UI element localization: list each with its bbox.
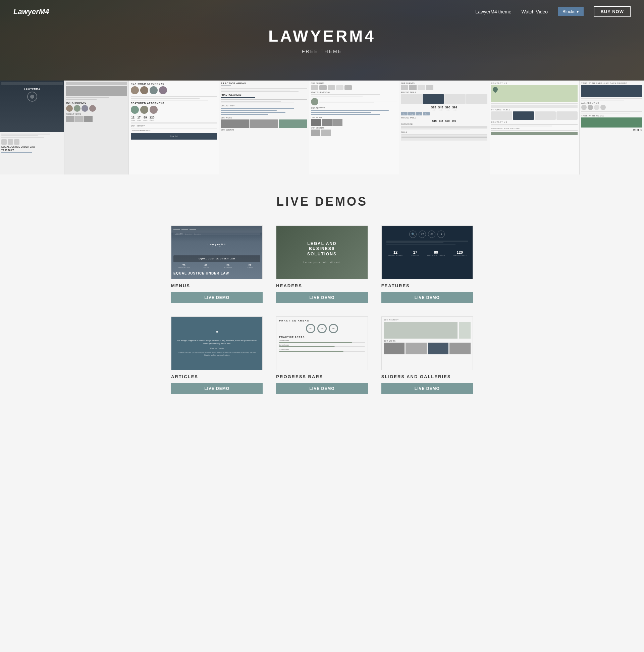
logo[interactable]: LawyerM4 [13, 7, 49, 16]
buy-now-button[interactable]: BUY NOW [594, 6, 631, 17]
demo-item-features: 🔍 🛡 ⚖ ℹ 12 WINNING RULINGS [381, 225, 473, 303]
demo-label-progress-bars: PROGRESS BARS [276, 374, 368, 379]
demo-item-articles: " For all right judgment of man or thing… [171, 317, 263, 394]
live-demo-button-progress-bars[interactable]: LIVE DEMO [276, 383, 368, 394]
blocks-label: Blocks [562, 9, 575, 14]
strip-panel-4: PRACTICE AREAS PRACTICE AREAS OUR ACTIVI… [219, 81, 309, 174]
navbar: LawyerM4 LawyerM4 theme Watch Video Bloc… [0, 0, 644, 23]
strip-panel-8: TABS WITH PARALLAX BACKGROUND ALL ABOUT … [580, 81, 644, 174]
demo-thumbnail-articles: " For all right judgment of man or thing… [171, 317, 263, 370]
strip-panel-2: OUR ATTORNEYS RECENT NEWS [64, 81, 129, 174]
screenshots-strip: LAWYERM4 EQUAL JUSTICE UNDER LAW 79 06 [0, 81, 644, 174]
strip-panel-7: CONTACT US PRICING TABLE CONTACT US TRAN… [489, 81, 580, 174]
nav-theme-link[interactable]: LawyerM4 theme [475, 9, 511, 15]
blocks-button[interactable]: Blocks ▾ [558, 7, 584, 16]
demo-thumbnail-progress-bars: PRACTICE AREAS 260 260 247 PRACTICE AREA… [276, 317, 368, 370]
hero-subtitle: FREE THEME [268, 49, 376, 54]
demo-label-features: FEATURES [381, 283, 473, 288]
live-demo-button-menus[interactable]: LIVE DEMO [171, 292, 263, 303]
strip-panel-1: LAWYERM4 EQUAL JUSTICE UNDER LAW 79 06 [0, 81, 64, 174]
demo-label-headers: HEADERS [276, 283, 368, 288]
demo-item-headers: LEGAL ANDBUSINESSSOLUTIONS Lorem ipsum d… [276, 225, 368, 303]
demo-label-menus: MENUS [171, 283, 263, 288]
strip-panel-5: OUR CLIENTS WHAT CLIENTS SAY OUR ACTIVIT… [309, 81, 399, 174]
chevron-down-icon: ▾ [577, 9, 579, 14]
demo-thumbnail-sliders: OUR HISTORY OUR WORK [381, 317, 473, 370]
strip-panel-3: FEATURED ATTORNEYS FEATURED ATTORNEYS 12… [129, 81, 219, 174]
demo-item-progress-bars: PRACTICE AREAS 260 260 247 PRACTICE AREA… [276, 317, 368, 394]
demo-item-menus: LawyerM4 Menu Item Menu Item LawyerM4 La… [171, 225, 263, 303]
demo-item-sliders: OUR HISTORY OUR WORK SLIDERS AND GALLERI… [381, 317, 473, 394]
live-demo-button-features[interactable]: LIVE DEMO [381, 292, 473, 303]
nav-watch-video-link[interactable]: Watch Video [521, 9, 548, 15]
hero-content: LAWYERM4 FREE THEME [268, 27, 376, 54]
nav-links: LawyerM4 theme Watch Video Blocks ▾ BUY … [475, 6, 631, 17]
live-demo-button-sliders[interactable]: LIVE DEMO [381, 383, 473, 394]
main-content: LIVE DEMOS LawyerM4 Menu Item Menu Item … [0, 174, 644, 414]
demo-thumbnail-headers: LEGAL ANDBUSINESSSOLUTIONS Lorem ipsum d… [276, 225, 368, 279]
strip-panel-6: OUR CLIENTS PRICING TABLE $15month $45mo… [399, 81, 489, 174]
section-title: LIVE DEMOS [13, 195, 631, 209]
demo-label-sliders: SLIDERS AND GALLERIES [381, 374, 473, 379]
demo-thumbnail-features: 🔍 🛡 ⚖ ℹ 12 WINNING RULINGS [381, 225, 473, 279]
hero-title: LAWYERM4 [268, 27, 376, 45]
demo-label-articles: ARTICLES [171, 374, 263, 379]
live-demo-button-articles[interactable]: LIVE DEMO [171, 383, 263, 394]
live-demo-button-headers[interactable]: LIVE DEMO [276, 292, 368, 303]
demo-grid: LawyerM4 Menu Item Menu Item LawyerM4 La… [171, 225, 473, 394]
demo-thumbnail-menus: LawyerM4 Menu Item Menu Item LawyerM4 La… [171, 225, 263, 279]
